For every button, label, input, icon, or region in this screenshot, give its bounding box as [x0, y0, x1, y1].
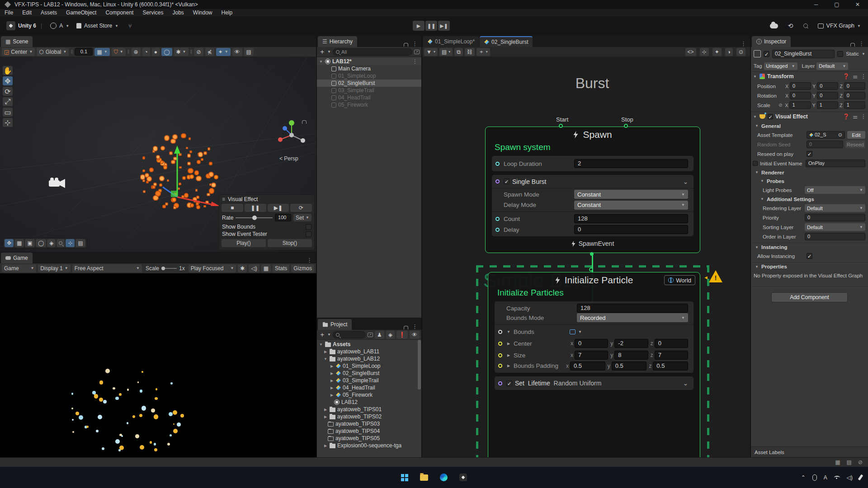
initial-event-field[interactable]: OnPlay [806, 160, 865, 167]
project-add-button[interactable]: ＋ [319, 330, 326, 339]
hierarchy-row-03-simpletrail[interactable]: 03_SimpleTrail [317, 87, 421, 94]
status-console-icon[interactable]: ⊘ [858, 459, 863, 465]
scene-mute-toggle[interactable]: ⋠ [205, 48, 214, 56]
aspect-dropdown[interactable]: Free Aspect▼ [72, 264, 142, 272]
foldout-arrow[interactable]: ▶ [506, 364, 511, 368]
maximize-button[interactable]: ▢ [826, 1, 847, 8]
vfx-contrast-icon[interactable]: ◑ [725, 48, 733, 56]
vfx-restart-icon-button[interactable]: ⟳ [290, 204, 312, 212]
scene-shading-toggle[interactable]: ⊕ [132, 48, 141, 56]
project-label-icon[interactable]: ◈ [386, 331, 395, 339]
additional-settings-foldout[interactable]: ▼Additional Settings [751, 195, 868, 203]
initial-event-checkbox[interactable] [753, 161, 758, 166]
project-row-tips05[interactable]: ayatoweb_TIPS05 [317, 435, 421, 442]
pause-button[interactable]: ❚❚ [425, 21, 437, 31]
project-row-02-singleburst[interactable]: ▶02_SingleBurst [317, 370, 421, 377]
padding-y-field[interactable]: 0.5 [612, 361, 647, 371]
stats-button[interactable]: Stats [273, 264, 289, 272]
reseed-on-play-checkbox[interactable]: ✓ [807, 151, 812, 157]
hierarchy-search-input[interactable]: All [333, 48, 412, 56]
presets-icon[interactable]: ⚌ [853, 73, 858, 80]
scale-y-field[interactable]: 1 [817, 101, 838, 109]
tab-hierarchy[interactable]: ☰Hierarchy [318, 36, 357, 47]
project-row-tips03[interactable]: ayatoweb_TIPS03 [317, 420, 421, 427]
rotation-x-field[interactable]: 0 [790, 92, 811, 99]
position-z-field[interactable]: 0 [844, 82, 865, 90]
unity-hub-taskbar-icon[interactable] [459, 474, 467, 481]
hierarchy-add-caret[interactable]: ▼ [327, 50, 331, 54]
overlay-snap-icon[interactable]: ▣ [25, 239, 34, 247]
snap-toggle[interactable]: ⛉▼ [112, 48, 126, 56]
account-dropdown[interactable]: A▼ [47, 20, 73, 32]
mute-audio-icon[interactable]: ◁) [249, 264, 259, 272]
gizmo-lock-icon[interactable] [302, 120, 307, 124]
tray-mouse-icon[interactable] [812, 474, 817, 481]
status-cache-icon[interactable]: ▦ [835, 459, 840, 465]
spawn-system-label[interactable]: Spawn system [486, 142, 700, 152]
menu-file[interactable]: File [0, 9, 18, 16]
hierarchy-row-05-firework[interactable]: 05_Firework [317, 101, 421, 108]
center-z-field[interactable]: 0 [655, 339, 688, 348]
single-burst-port[interactable] [495, 179, 500, 183]
hand-tool[interactable]: ✋ [3, 66, 13, 75]
hierarchy-row-main-camera[interactable]: Main Camera [317, 65, 421, 72]
project-row-04-headtrail[interactable]: ▶04_HeadTrail [317, 384, 421, 391]
general-foldout[interactable]: ▼General [751, 122, 868, 130]
foldout-arrow[interactable]: ▶ [506, 353, 511, 357]
project-row-01-simpleloop[interactable]: ▶01_SimpleLoop [317, 362, 421, 370]
vsync-icon[interactable]: ▦ [261, 264, 271, 272]
file-explorer-icon[interactable] [420, 474, 428, 481]
vfx-add-dropdown[interactable]: ＋▾ [476, 48, 490, 56]
frame-debugger-icon[interactable]: ✱ [238, 264, 247, 272]
center-y-field[interactable]: -2 [614, 339, 648, 348]
chevron-down-icon[interactable]: ⌄ [683, 380, 688, 387]
vfx-template-dropdown[interactable]: ▤▾ [439, 48, 453, 56]
scene-viewport[interactable]: < Persp ✥ ▦ ▣ ◯ ◈ ⊹ ▤ ✋ ✥ ⟳ ⤢ ▭ ⊹ ≡Visua… [0, 57, 316, 252]
space-toggle-world[interactable]: World [664, 275, 695, 285]
overlay-orbit-icon[interactable]: ◯ [36, 239, 46, 247]
project-row-explosion[interactable]: ▶Explosion00-sequence-tga [317, 442, 421, 449]
tray-wifi-icon[interactable] [834, 476, 840, 479]
order-in-layer-field[interactable]: 0 [805, 233, 865, 240]
display-dropdown[interactable]: Display 1▼ [38, 264, 70, 272]
persp-label[interactable]: < Persp [279, 155, 298, 162]
move-gizmo[interactable] [136, 134, 226, 206]
transform-tool[interactable]: ⊹ [3, 118, 13, 127]
spawn-mode-dropdown[interactable]: Constant▼ [574, 190, 688, 199]
vfx-kebab-icon[interactable]: ⋮ [741, 40, 746, 47]
project-add-caret[interactable]: ▼ [327, 333, 331, 337]
overlay-camera-icon[interactable]: ▤ [75, 239, 85, 247]
project-row-tips01[interactable]: ▶ayatoweb_TIPS01 [317, 406, 421, 413]
object-picker-icon[interactable]: ⊙ [838, 131, 842, 138]
set-lifetime-port[interactable] [498, 381, 502, 385]
stop-method-button[interactable]: Stop() [268, 239, 312, 247]
project-kebab-icon[interactable]: ⋮ [412, 323, 418, 330]
scene-2d-toggle[interactable]: ⊘ [194, 48, 203, 56]
play-focused-dropdown[interactable]: Play Focused▼ [189, 264, 236, 272]
tray-volume-icon[interactable]: ◁) [847, 474, 853, 481]
scene-debug-dropdown[interactable]: ✱▼ [174, 48, 189, 56]
unity-hub-icon[interactable] [6, 21, 15, 30]
scene-audio-toggle[interactable]: ● [152, 48, 160, 56]
vfx-sparkle-icon[interactable]: ✦ [712, 48, 722, 56]
add-component-button[interactable]: Add Component [771, 292, 848, 302]
single-burst-checkbox[interactable]: ✓ [504, 178, 509, 184]
tool-handle-dropdown[interactable]: ◲Center▼ [2, 48, 35, 56]
close-button[interactable]: ✕ [847, 1, 868, 8]
set-lifetime-block[interactable]: ✓ Set Lifetime Random Uniform ⌄ [495, 376, 693, 390]
overlay-search-icon[interactable] [57, 239, 65, 247]
inspector-lock-icon[interactable] [850, 43, 855, 47]
hierarchy-row-02-singleburst[interactable]: 02_SingleBurst [317, 80, 421, 87]
gameobject-name-field[interactable]: 02_SingleBurst [772, 50, 835, 58]
play-button[interactable]: ▶ [413, 21, 425, 31]
project-warnings-icon[interactable]: ❗ [396, 331, 408, 339]
reseed-button[interactable]: Reseed [845, 141, 865, 148]
menu-jobs[interactable]: Jobs [168, 9, 188, 16]
gizmos-dropdown[interactable]: Gizmos [291, 264, 314, 272]
single-burst-block[interactable]: ✓ Single Burst ⌄ Spawn Mode Constant▼ De… [492, 175, 693, 236]
rotation-y-field[interactable]: 0 [817, 92, 838, 99]
bounds-padding-port[interactable] [498, 364, 502, 368]
initialize-settings-block[interactable]: Capacity 128 Bounds Mode Recorded▼ ▼ Bou… [495, 301, 693, 373]
vfx-lock-icon[interactable]: ⛓ [465, 48, 475, 56]
size-x-field[interactable]: 7 [575, 351, 608, 360]
